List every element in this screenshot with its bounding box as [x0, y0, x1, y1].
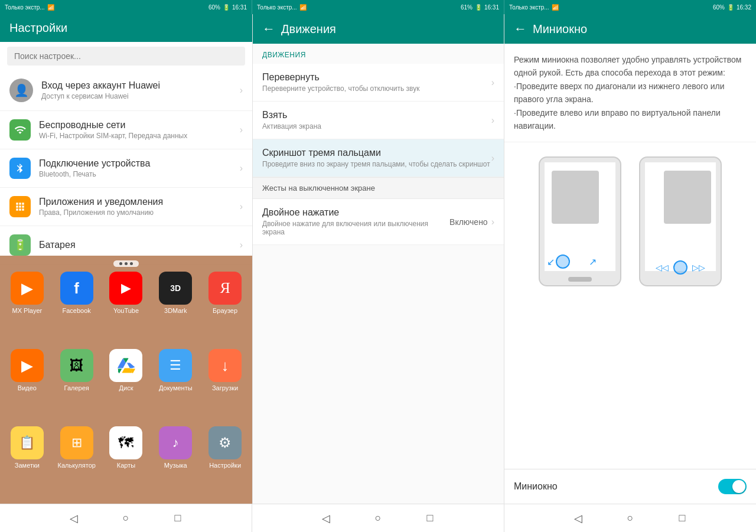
app-browser[interactable]: Я Браузер: [203, 272, 247, 344]
miniwindow-header: ← Миниокно: [504, 14, 756, 44]
miniwindow-toggle[interactable]: [718, 479, 747, 494]
app-downloads[interactable]: ↓ Загрузки: [203, 349, 247, 422]
app-notes[interactable]: 📋 Заметки: [5, 426, 50, 499]
movement-item-flip[interactable]: Перевернуть Переверните устройство, чтоб…: [253, 64, 504, 102]
signal-icon-1: 📶: [47, 4, 54, 11]
phone-1-home: [568, 277, 592, 282]
settings-item-apps-text: Приложения и уведомления Права, Приложен…: [39, 197, 240, 217]
status-text-2: Только экстр...: [257, 4, 297, 11]
circle-indicator-2: [673, 260, 687, 275]
home-button-1[interactable]: ○: [118, 510, 134, 527]
miniwindow-description: Режим миниокна позволяет удобно управлят…: [504, 44, 756, 142]
settings-item-apps-subtitle: Права, Приложения по умолчанию: [39, 208, 240, 217]
calculator-label: Калькулятор: [57, 462, 95, 469]
movement-item-pick[interactable]: Взять Активация экрана ›: [253, 102, 504, 139]
mx-player-label: MX Player: [12, 307, 43, 314]
app-gallery[interactable]: 🖼 Галерея: [54, 349, 99, 422]
settings-item-network-title: Беспроводные сети: [39, 120, 240, 130]
settings-item-bt[interactable]: Подключение устройства Bluetooth, Печать…: [0, 149, 252, 188]
signal-icon-2: 📶: [299, 4, 307, 11]
dots-pill: [113, 260, 139, 267]
app-youtube[interactable]: ▶ YouTube: [104, 272, 149, 344]
app-facebook[interactable]: f Facebook: [54, 272, 99, 344]
mini-window-2: [664, 171, 711, 224]
back-button-2[interactable]: ◁: [318, 510, 334, 527]
movement-flip-text: Перевернуть Переверните устройство, чтоб…: [262, 72, 491, 93]
status-text-3: Только экстр...: [509, 4, 549, 11]
gallery-label: Галерея: [64, 384, 89, 391]
video-icon: ▶: [11, 349, 44, 382]
movement-item-screenshot[interactable]: Скриншот тремя пальцами Проведите вниз п…: [253, 139, 504, 177]
status-panel-2: Только экстр... 📶 61% 🔋 16:31: [252, 0, 504, 14]
back-arrow-miniwindow[interactable]: ←: [514, 21, 527, 37]
drive-label: Диск: [119, 384, 133, 391]
calculator-icon: ⊞: [60, 426, 93, 459]
recents-button-3[interactable]: □: [674, 510, 690, 527]
battery-icon-3: 🔋: [727, 4, 734, 11]
app-settings[interactable]: ⚙ Настройки: [203, 426, 247, 499]
settings-app-icon: ⚙: [208, 426, 242, 459]
app-video[interactable]: ▶ Видео: [5, 349, 50, 422]
3dmark-label: 3DMark: [164, 307, 187, 314]
dot-2: [125, 262, 128, 265]
app-maps[interactable]: 🗺 Карты: [104, 426, 149, 499]
recents-button-1[interactable]: □: [170, 510, 186, 527]
recents-button-2[interactable]: □: [422, 510, 438, 527]
signal-icon-3: 📶: [552, 4, 559, 11]
phone-1: ↙ ↗: [539, 156, 621, 286]
battery-icon: 🔋: [9, 234, 31, 256]
time-1: 16:31: [232, 4, 247, 11]
app-mx-player[interactable]: ▶ MX Player: [5, 272, 50, 344]
battery-icon-1: 🔋: [223, 4, 230, 11]
nav-section-1: ◁ ○ □: [0, 504, 252, 532]
settings-item-account[interactable]: 👤 Вход через аккаунт Huawei Доступ к сер…: [0, 70, 252, 111]
youtube-label: YouTube: [113, 307, 139, 314]
settings-item-network-text: Беспроводные сети Wi-Fi, Настройки SIM-к…: [39, 120, 240, 140]
movement-item-double-tap[interactable]: Двойное нажатие Двойное нажатие для вклю…: [253, 199, 504, 245]
youtube-icon: ▶: [109, 272, 142, 305]
app-docs[interactable]: ☰ Документы: [153, 349, 198, 422]
panel-movements: ← Движения ДВИЖЕНИЯ Перевернуть Переверн…: [252, 14, 504, 504]
movement-pick-subtitle: Активация экрана: [262, 122, 491, 130]
battery-pct-2: 61%: [461, 4, 472, 11]
app-grid: ▶ MX Player f Facebook ▶ YouTube 3D 3DMa…: [0, 272, 252, 504]
search-input[interactable]: [7, 47, 245, 66]
movement-pick-text: Взять Активация экрана: [262, 110, 491, 130]
battery-pct-1: 60%: [208, 4, 220, 11]
back-button-3[interactable]: ◁: [570, 510, 586, 527]
chevron-right-icon: ›: [240, 240, 243, 250]
settings-item-apps[interactable]: Приложения и уведомления Права, Приложен…: [0, 188, 252, 226]
back-button-1[interactable]: ◁: [66, 510, 82, 527]
downloads-icon: ↓: [208, 349, 242, 382]
status-panel-3: Только экстр... 📶 60% 🔋 16:32: [504, 0, 756, 14]
music-label: Музыка: [164, 462, 187, 469]
settings-item-account-subtitle: Доступ к сервисам Huawei: [41, 92, 240, 100]
back-arrow-movements[interactable]: ←: [262, 21, 275, 37]
browser-icon: Я: [208, 272, 242, 305]
time-3: 16:32: [737, 4, 751, 11]
home-button-2[interactable]: ○: [370, 510, 386, 527]
app-drive[interactable]: Диск: [104, 349, 149, 422]
drawer-indicator: [0, 256, 252, 272]
home-button-3[interactable]: ○: [622, 510, 638, 527]
nav-section-3: ◁ ○ □: [504, 504, 756, 532]
settings-item-bt-subtitle: Bluetooth, Печать: [39, 170, 240, 178]
app-music[interactable]: ♪ Музыка: [153, 426, 198, 499]
nav-bar: ◁ ○ □ ◁ ○ □ ◁ ○ □: [0, 504, 756, 532]
settings-item-network[interactable]: Беспроводные сети Wi-Fi, Настройки SIM-к…: [0, 111, 252, 149]
movements-section1: ДВИЖЕНИЯ: [253, 44, 504, 64]
facebook-icon: f: [60, 272, 93, 305]
video-label: Видео: [18, 384, 37, 391]
chevron-right-icon: ›: [491, 153, 494, 164]
dot-3: [130, 262, 133, 265]
chevron-right-icon: ›: [491, 217, 494, 227]
chevron-right-icon: ›: [491, 77, 494, 88]
circle-indicator: [556, 254, 570, 269]
panel-miniwindow: ← Миниокно Режим миниокна позволяет удоб…: [504, 14, 756, 504]
app-calculator[interactable]: ⊞ Калькулятор: [54, 426, 99, 499]
app-3dmark[interactable]: 3D 3DMark: [153, 272, 198, 344]
notes-label: Заметки: [15, 462, 40, 469]
dot-1: [119, 262, 122, 265]
docs-label: Документы: [159, 384, 193, 391]
facebook-label: Facebook: [63, 307, 91, 314]
